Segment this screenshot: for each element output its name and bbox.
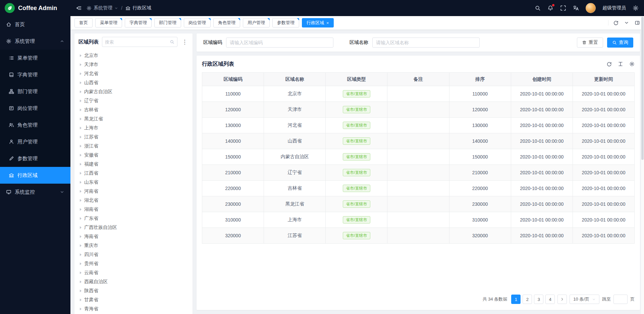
- breadcrumb-group[interactable]: 系统管理: [87, 5, 118, 11]
- tab-item[interactable]: 部门管理: [154, 18, 181, 27]
- refresh-icon[interactable]: [606, 61, 612, 67]
- tree-item[interactable]: 陕西省: [77, 286, 190, 295]
- scrollbar-thumb[interactable]: [641, 17, 644, 160]
- sidebar-item[interactable]: 用户管理: [0, 133, 70, 150]
- tree-item[interactable]: 广西壮族自治区: [77, 223, 190, 232]
- tree-item[interactable]: 贵州省: [77, 259, 190, 268]
- tree-item[interactable]: 吉林省: [77, 105, 190, 114]
- table-row[interactable]: 310000上海市省市/直辖市3100002020-10-01 00:00:00…: [202, 212, 635, 228]
- sidebar-item[interactable]: 字典管理: [0, 66, 70, 83]
- sidebar-item[interactable]: 岗位管理: [0, 100, 70, 117]
- sidebar-group-monitor[interactable]: 系统监控: [0, 184, 70, 200]
- translate-icon[interactable]: [573, 5, 579, 11]
- tree-item[interactable]: 福建省: [77, 160, 190, 169]
- settings-gear-icon[interactable]: [633, 5, 639, 11]
- table-row[interactable]: 320000江苏省省市/直辖市3200002020-10-01 00:00:00…: [202, 228, 635, 244]
- region-code-input[interactable]: [226, 38, 333, 48]
- page-button[interactable]: 3: [534, 295, 543, 304]
- app-logo[interactable]: Coffee Admin: [0, 0, 70, 16]
- bell-icon[interactable]: [547, 5, 553, 11]
- tree-item[interactable]: 湖北省: [77, 196, 190, 205]
- username[interactable]: 超级管理员: [602, 5, 626, 11]
- tab-item[interactable]: 角色管理: [213, 18, 240, 27]
- tab-item[interactable]: 用户管理: [243, 18, 270, 27]
- table-cell: 220000: [202, 181, 264, 196]
- tab-item[interactable]: 菜单管理: [95, 18, 122, 27]
- tab-item[interactable]: 岗位管理: [184, 18, 211, 27]
- search-icon[interactable]: [535, 5, 541, 11]
- tree-item[interactable]: 四川省: [77, 250, 190, 259]
- tree-item[interactable]: 江西省: [77, 169, 190, 178]
- column-settings-icon[interactable]: [629, 61, 635, 67]
- tree-item[interactable]: 山西省: [77, 78, 190, 87]
- tree-item[interactable]: 山东省: [77, 178, 190, 187]
- table-row[interactable]: 120000天津市省市/直辖市1200002020-10-01 00:00:00…: [202, 102, 635, 118]
- page-size-select[interactable]: 10 条/页: [570, 295, 599, 304]
- tree-item[interactable]: 湖南省: [77, 205, 190, 214]
- sidebar-group-system[interactable]: 系统管理: [0, 33, 70, 50]
- page-button[interactable]: 1: [511, 295, 521, 304]
- table-row[interactable]: 230000黑龙江省省市/直辖市2300002020-10-01 00:00:0…: [202, 196, 635, 212]
- tab-item[interactable]: 行政区域×: [302, 18, 334, 27]
- fullscreen-icon[interactable]: [560, 5, 566, 11]
- layout-panel-icon[interactable]: [635, 20, 640, 25]
- sidebar-item[interactable]: 菜单管理: [0, 50, 70, 66]
- avatar[interactable]: [586, 3, 596, 13]
- sidebar-item[interactable]: 角色管理: [0, 117, 70, 133]
- tab-item[interactable]: 字典管理: [125, 18, 152, 27]
- reset-button[interactable]: 重置: [577, 38, 603, 48]
- tree-item[interactable]: 青海省: [77, 304, 190, 313]
- jump-page-input[interactable]: [613, 295, 628, 304]
- tree-item[interactable]: 西藏自治区: [77, 277, 190, 286]
- table-row[interactable]: 110000北京市省市/直辖市1100002020-10-01 00:00:00…: [202, 86, 635, 102]
- sidebar-item[interactable]: 部门管理: [0, 83, 70, 100]
- next-page-button[interactable]: [557, 295, 567, 304]
- tree-item[interactable]: 广东省: [77, 214, 190, 223]
- tree-item[interactable]: 甘肃省: [77, 295, 190, 304]
- chevron-down-icon[interactable]: [624, 20, 629, 25]
- sidebar-collapse-icon[interactable]: [76, 5, 82, 11]
- tree-item[interactable]: 江苏省: [77, 132, 190, 141]
- table-cell: 320000: [202, 228, 264, 244]
- page-button[interactable]: 4: [545, 295, 555, 304]
- sidebar-item[interactable]: 参数管理: [0, 150, 70, 167]
- page-content: 区域列表 ⋮ 北京市天津市河北省山西省内蒙古自治区辽宁省吉林省黑龙江省上海市江苏…: [70, 29, 644, 314]
- tree-item[interactable]: 重庆市: [77, 241, 190, 250]
- close-tab-icon[interactable]: ×: [326, 21, 329, 25]
- page-button[interactable]: 2: [523, 295, 532, 304]
- table-toolbar: [606, 61, 635, 67]
- sidebar-item[interactable]: 行政区域: [0, 167, 70, 184]
- tree-item[interactable]: 安徽省: [77, 150, 190, 160]
- row-height-icon[interactable]: [618, 61, 623, 67]
- search-icon[interactable]: [170, 40, 174, 44]
- query-button[interactable]: 查询: [607, 38, 633, 48]
- refresh-icon[interactable]: [613, 20, 619, 25]
- region-type-badge: 省市/直辖市: [343, 137, 370, 145]
- tree-item[interactable]: 海南省: [77, 232, 190, 241]
- tab-item[interactable]: 参数管理: [272, 18, 299, 27]
- tree-item[interactable]: 辽宁省: [77, 96, 190, 105]
- tab-item[interactable]: 首页: [74, 18, 93, 27]
- tree-item[interactable]: 河北省: [77, 69, 190, 78]
- tree-item[interactable]: 天津市: [77, 60, 190, 69]
- table-row[interactable]: 210000辽宁省省市/直辖市2100002020-10-01 00:00:00…: [202, 165, 635, 181]
- table-row[interactable]: 150000内蒙古自治区省市/直辖市1500002020-10-01 00:00…: [202, 149, 635, 165]
- region-type-badge: 省市/直辖市: [343, 169, 370, 176]
- more-options-icon[interactable]: ⋮: [181, 39, 189, 45]
- tree-item[interactable]: 黑龙江省: [77, 114, 190, 123]
- table-row[interactable]: 220000吉林省省市/直辖市2200002020-10-01 00:00:00…: [202, 181, 635, 196]
- tree-item[interactable]: 上海市: [77, 123, 190, 132]
- tree-item[interactable]: 浙江省: [77, 141, 190, 150]
- tree-item[interactable]: 河南省: [77, 187, 190, 196]
- tree-item[interactable]: 云南省: [77, 268, 190, 277]
- tree-item[interactable]: 内蒙古自治区: [77, 87, 190, 96]
- region-name-input[interactable]: [372, 38, 480, 48]
- tree-item[interactable]: 北京市: [77, 51, 190, 60]
- region-search-input[interactable]: [105, 40, 170, 45]
- table-row[interactable]: 140000山西省省市/直辖市1400002020-10-01 00:00:00…: [202, 133, 635, 149]
- table-row[interactable]: 130000河北省省市/直辖市1300002020-10-01 00:00:00…: [202, 118, 635, 133]
- main-area: 系统管理 / 行政区域 超级管理员 首页菜单管理字典管理: [70, 0, 644, 314]
- sidebar-item-home[interactable]: 首页: [0, 16, 70, 33]
- table-cell: 150000: [202, 149, 264, 165]
- column-header: 更新时间: [573, 73, 634, 86]
